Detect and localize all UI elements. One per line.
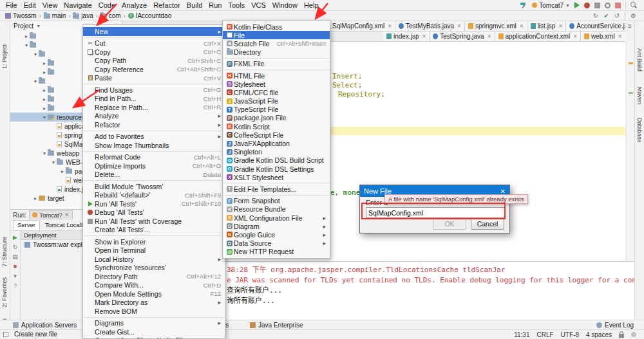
submenu-item-new-http-request[interactable]: @New HTTP Request: [223, 248, 330, 256]
tab-close-icon[interactable]: ×: [572, 33, 577, 40]
context-menu-item-find-usages[interactable]: Find UsagesCtrl+G: [83, 86, 225, 95]
debug-button[interactable]: [584, 3, 590, 8]
lock-icon[interactable]: [619, 334, 624, 338]
breadcrumb-com[interactable]: com: [99, 12, 122, 19]
run-config-tab[interactable]: Tomcat7 ✕: [29, 210, 72, 219]
close-icon[interactable]: ✕: [64, 212, 70, 218]
menu-tools[interactable]: Tools: [225, 0, 248, 10]
submenu-item-stylesheet[interactable]: SStylesheet: [223, 80, 330, 88]
editor-scrollbar[interactable]: [626, 42, 634, 261]
submenu-item-singleton[interactable]: JSingleton: [223, 148, 330, 156]
menu-vcs[interactable]: VCS: [248, 0, 269, 10]
context-menu-item-copy[interactable]: CopyCtrl+C: [83, 48, 225, 57]
context-menu-item-add-to-favorites[interactable]: Add to Favorites▸: [83, 133, 225, 142]
submenu-item-xml-configuration-file[interactable]: XXML Configuration File▸: [223, 214, 330, 222]
context-menu-item-local-history[interactable]: Local History▸: [83, 255, 225, 264]
encoding-selector[interactable]: UTF-8: [561, 331, 579, 338]
context-menu-item-show-image-thumbnails[interactable]: Show Image Thumbnails: [83, 141, 225, 150]
menu-file[interactable]: File: [3, 0, 21, 10]
submenu-item-form-snapshot[interactable]: FForm Snapshot: [223, 197, 330, 205]
submenu-item-file[interactable]: File: [223, 31, 330, 39]
build-hammer-icon[interactable]: [520, 1, 527, 9]
run-config-selector[interactable]: Tomcat7 ▼: [532, 2, 570, 9]
chevron-right-icon[interactable]: ▸: [41, 105, 48, 111]
context-menu-item-open-in-terminal[interactable]: Open in Terminal: [83, 246, 225, 255]
context-menu-item-build-module-twossm[interactable]: Build Module 'Twossm': [83, 182, 225, 191]
submenu-item-cfml-cfc-file[interactable]: CCFML/CFC file: [223, 88, 330, 96]
context-menu-item-replace-in-path[interactable]: Replace in Path...Ctrl+R: [83, 103, 225, 112]
editor-tab-testspring-java[interactable]: TestSpring.java×: [430, 32, 495, 41]
tab-server[interactable]: Server: [13, 220, 40, 230]
indent-selector[interactable]: 4 spaces: [586, 331, 612, 338]
line-ending-selector[interactable]: CRLF: [537, 331, 554, 338]
breadcrumb-project[interactable]: Twossm: [4, 12, 38, 19]
breadcrumb-java[interactable]: java: [71, 12, 94, 19]
context-menu-item-synchronize-resources[interactable]: Synchronize 'resources': [83, 264, 225, 273]
context-menu-item-create-all-tests[interactable]: Create 'All Tests'...: [83, 226, 225, 235]
context-menu-item-create-gist[interactable]: Create Gist...: [83, 327, 225, 336]
context-menu-item-remove-bom[interactable]: Remove BOM: [83, 307, 225, 316]
submenu-item-diagram[interactable]: DDiagram▸: [223, 222, 330, 230]
chevron-right-icon[interactable]: ▸: [59, 169, 66, 174]
chevron-right-icon[interactable]: ▸: [23, 33, 30, 39]
submenu-item-gradle-kotlin-dsl-build-script[interactable]: GGradle Kotlin DSL Build Script: [223, 156, 330, 165]
history-icon[interactable]: ↺: [614, 12, 620, 20]
editor-tab-accountservice-java[interactable]: AccountService.java×: [566, 21, 625, 31]
context-menu-item-find-in-path[interactable]: Find in Path...Ctrl+H: [83, 95, 225, 104]
menu-build[interactable]: Build: [184, 0, 205, 10]
context-menu-item-refactor[interactable]: Refactor▸: [83, 120, 225, 129]
context-menu-item-open-module-settings[interactable]: Open Module SettingsF12: [83, 289, 225, 298]
context-menu-item-mark-directory-as[interactable]: Mark Directory as▸: [83, 298, 225, 307]
editor-tab-index-jsp[interactable]: index.jsp×: [383, 32, 430, 41]
refresh-icon[interactable]: ↻: [13, 244, 18, 250]
context-menu-item-run-all-tests-with-coverage[interactable]: Run 'All Tests' with Coverage: [83, 217, 225, 226]
tool-button-ant-build[interactable]: Ant Build: [636, 48, 643, 71]
menu-analyze[interactable]: Analyze: [118, 0, 150, 10]
tool-button-favorites[interactable]: 2: Favorites: [1, 277, 8, 307]
chevron-down-icon[interactable]: ▾: [41, 151, 48, 156]
editor-tab-web-xml[interactable]: web.xml×: [581, 32, 625, 41]
chevron-down-icon[interactable]: ▾: [32, 78, 39, 84]
context-menu-item-analyze[interactable]: Analyze▸: [83, 112, 225, 121]
context-menu-item-run-all-tests[interactable]: Run 'All Tests'Ctrl+Shift+F10: [83, 199, 225, 208]
submenu-item-fxml-file[interactable]: FFXML File: [223, 60, 330, 68]
context-menu-item-optimize-imports[interactable]: Optimize ImportsCtrl+Alt+O: [83, 161, 225, 170]
tool-button-database[interactable]: Database: [636, 118, 643, 143]
submenu-item-kotlin-file-class[interactable]: KKotlin File/Class: [223, 23, 330, 31]
tool-button-application-servers[interactable]: Application Servers: [10, 320, 79, 329]
context-menu-item-directory-path[interactable]: Directory PathCtrl+Alt+F12: [83, 272, 225, 281]
expand-icon[interactable]: ▾: [14, 273, 17, 279]
submenu-item-directory[interactable]: Directory: [223, 48, 330, 57]
coverage-button[interactable]: [594, 3, 600, 8]
chevron-down-icon[interactable]: ▾: [41, 115, 48, 120]
settings-gear-icon[interactable]: ⚙: [630, 12, 636, 20]
context-menu-item-reformat-code[interactable]: Reformat CodeCtrl+Alt+L: [83, 153, 225, 162]
vcs-commit-icon[interactable]: ✔: [603, 12, 609, 20]
run-button[interactable]: [574, 2, 580, 8]
context-menu-item-rebuild-default[interactable]: Rebuild '<default>'Ctrl+Shift+F9: [83, 191, 225, 200]
context-menu-item-paste[interactable]: PasteCtrl+V: [83, 74, 225, 83]
editor-tab-testmybatis-java[interactable]: TestMyBatis.java×: [395, 21, 465, 31]
submenu-item-resource-bundle[interactable]: RResource Bundle: [223, 205, 330, 214]
context-menu-item-new[interactable]: New▸: [83, 27, 225, 36]
menu-refactor[interactable]: Refactor: [150, 0, 184, 10]
chevron-right-icon[interactable]: ▸: [41, 69, 48, 75]
chevron-down-icon[interactable]: ▾: [32, 51, 39, 57]
tool-button-project[interactable]: 1: Project: [1, 44, 8, 69]
close-icon[interactable]: ✕: [500, 188, 506, 195]
breadcrumb-main[interactable]: main: [43, 12, 68, 19]
context-menu-item-convert-java-file-to-kotlin-file[interactable]: Convert Java File to Kotlin FileCtrl+Alt…: [83, 336, 225, 339]
tool-button-event-log[interactable]: Event Log: [594, 320, 636, 329]
submenu-item-typescript-file[interactable]: TTypeScript File: [223, 105, 330, 114]
context-menu-item-delete[interactable]: Delete...Delete: [83, 170, 225, 179]
context-menu-item-compare-with[interactable]: Compare With...Ctrl+D: [83, 281, 225, 290]
submenu-item-html-file[interactable]: HHTML File: [223, 71, 330, 80]
filename-input[interactable]: [366, 207, 505, 218]
vcs-update-icon[interactable]: ↻: [593, 12, 598, 20]
menu-navigate[interactable]: Navigate: [61, 0, 95, 10]
submenu-item-javascript-file[interactable]: JJavaScript File: [223, 97, 330, 105]
rerun-icon[interactable]: ▶: [13, 234, 17, 241]
submenu-item-gradle-kotlin-dsl-settings[interactable]: GGradle Kotlin DSL Settings: [223, 165, 330, 173]
tool-button-maven[interactable]: Maven: [636, 87, 643, 104]
help-icon[interactable]: ?: [14, 282, 17, 289]
